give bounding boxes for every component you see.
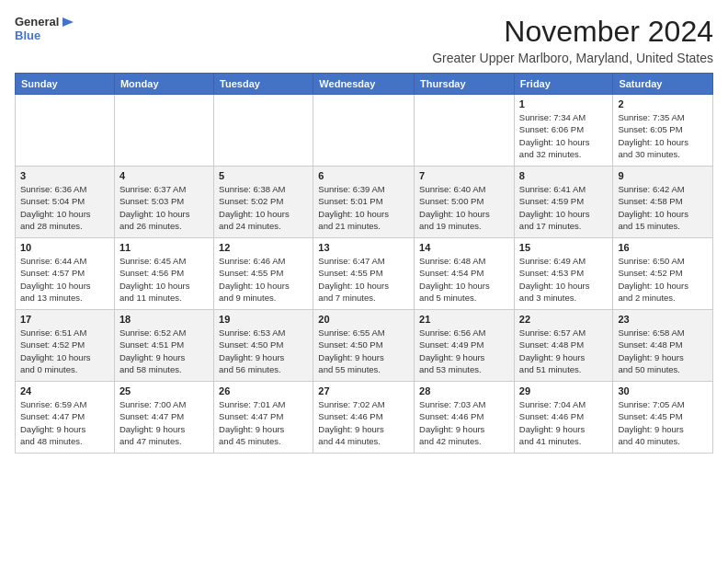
day-info: Sunrise: 7:35 AM Sunset: 6:05 PM Dayligh… (618, 111, 708, 160)
calendar-cell: 13Sunrise: 6:47 AM Sunset: 4:55 PM Dayli… (313, 238, 415, 310)
calendar-week-row: 1Sunrise: 7:34 AM Sunset: 6:06 PM Daylig… (16, 95, 713, 167)
day-info: Sunrise: 6:57 AM Sunset: 4:48 PM Dayligh… (519, 327, 609, 375)
calendar-cell: 30Sunrise: 7:05 AM Sunset: 4:45 PM Dayli… (613, 382, 713, 454)
day-number: 18 (119, 314, 209, 325)
calendar-cell: 9Sunrise: 6:42 AM Sunset: 4:58 PM Daylig… (613, 167, 713, 238)
day-number: 6 (318, 170, 409, 181)
weekday-header-saturday: Saturday (613, 74, 713, 95)
day-info: Sunrise: 6:40 AM Sunset: 5:00 PM Dayligh… (419, 183, 509, 232)
day-number: 13 (318, 242, 409, 253)
day-info: Sunrise: 6:58 AM Sunset: 4:48 PM Dayligh… (618, 327, 708, 375)
calendar-cell: 16Sunrise: 6:50 AM Sunset: 4:52 PM Dayli… (613, 238, 713, 310)
day-info: Sunrise: 6:38 AM Sunset: 5:02 PM Dayligh… (219, 183, 308, 232)
calendar: SundayMondayTuesdayWednesdayThursdayFrid… (15, 73, 713, 454)
calendar-cell: 4Sunrise: 6:37 AM Sunset: 5:03 PM Daylig… (114, 167, 213, 238)
day-number: 27 (318, 385, 409, 396)
calendar-cell (415, 95, 515, 167)
day-info: Sunrise: 6:36 AM Sunset: 5:04 PM Dayligh… (20, 183, 109, 232)
calendar-week-row: 3Sunrise: 6:36 AM Sunset: 5:04 PM Daylig… (16, 167, 713, 238)
calendar-cell: 23Sunrise: 6:58 AM Sunset: 4:48 PM Dayli… (613, 310, 713, 382)
day-number: 15 (519, 242, 609, 253)
day-number: 9 (618, 170, 708, 181)
calendar-cell: 5Sunrise: 6:38 AM Sunset: 5:02 PM Daylig… (214, 167, 313, 238)
day-info: Sunrise: 6:55 AM Sunset: 4:50 PM Dayligh… (318, 327, 409, 375)
calendar-cell: 24Sunrise: 6:59 AM Sunset: 4:47 PM Dayli… (16, 382, 115, 454)
day-info: Sunrise: 6:51 AM Sunset: 4:52 PM Dayligh… (20, 327, 109, 375)
calendar-cell: 8Sunrise: 6:41 AM Sunset: 4:59 PM Daylig… (514, 167, 613, 238)
day-number: 23 (618, 314, 708, 325)
calendar-cell: 20Sunrise: 6:55 AM Sunset: 4:50 PM Dayli… (313, 310, 415, 382)
day-info: Sunrise: 6:59 AM Sunset: 4:47 PM Dayligh… (20, 398, 109, 447)
day-info: Sunrise: 7:02 AM Sunset: 4:46 PM Dayligh… (318, 398, 409, 447)
day-info: Sunrise: 6:44 AM Sunset: 4:57 PM Dayligh… (20, 255, 109, 304)
day-number: 10 (20, 242, 109, 253)
calendar-cell: 21Sunrise: 6:56 AM Sunset: 4:49 PM Dayli… (415, 310, 515, 382)
location: Greater Upper Marlboro, Maryland, United… (432, 51, 713, 65)
weekday-header-friday: Friday (514, 74, 613, 95)
header: General Blue November 2024 Greater Upper… (15, 15, 713, 65)
day-info: Sunrise: 6:53 AM Sunset: 4:50 PM Dayligh… (219, 327, 308, 375)
calendar-cell: 25Sunrise: 7:00 AM Sunset: 4:47 PM Dayli… (114, 382, 213, 454)
day-info: Sunrise: 6:48 AM Sunset: 4:54 PM Dayligh… (419, 255, 509, 304)
page: General Blue November 2024 Greater Upper… (0, 0, 728, 461)
calendar-week-row: 24Sunrise: 6:59 AM Sunset: 4:47 PM Dayli… (16, 382, 713, 454)
weekday-header-monday: Monday (114, 74, 213, 95)
calendar-cell (313, 95, 415, 167)
calendar-cell: 14Sunrise: 6:48 AM Sunset: 4:54 PM Dayli… (415, 238, 515, 310)
day-number: 24 (20, 385, 109, 396)
day-info: Sunrise: 6:45 AM Sunset: 4:56 PM Dayligh… (119, 255, 209, 304)
weekday-header-wednesday: Wednesday (313, 74, 415, 95)
day-info: Sunrise: 7:01 AM Sunset: 4:47 PM Dayligh… (219, 398, 308, 447)
day-number: 1 (519, 98, 609, 109)
day-number: 20 (318, 314, 409, 325)
calendar-week-row: 17Sunrise: 6:51 AM Sunset: 4:52 PM Dayli… (16, 310, 713, 382)
day-number: 7 (419, 170, 509, 181)
day-number: 3 (20, 170, 109, 181)
calendar-cell: 2Sunrise: 7:35 AM Sunset: 6:05 PM Daylig… (613, 95, 713, 167)
day-number: 26 (219, 385, 308, 396)
weekday-header-tuesday: Tuesday (214, 74, 313, 95)
svg-marker-0 (63, 17, 74, 27)
calendar-cell: 29Sunrise: 7:04 AM Sunset: 4:46 PM Dayli… (514, 382, 613, 454)
day-number: 22 (519, 314, 609, 325)
day-number: 19 (219, 314, 308, 325)
day-number: 8 (519, 170, 609, 181)
calendar-cell: 27Sunrise: 7:02 AM Sunset: 4:46 PM Dayli… (313, 382, 415, 454)
day-number: 17 (20, 314, 109, 325)
day-number: 25 (119, 385, 209, 396)
day-info: Sunrise: 6:39 AM Sunset: 5:01 PM Dayligh… (318, 183, 409, 232)
day-info: Sunrise: 6:46 AM Sunset: 4:55 PM Dayligh… (219, 255, 308, 304)
day-number: 4 (119, 170, 209, 181)
day-info: Sunrise: 7:03 AM Sunset: 4:46 PM Dayligh… (419, 398, 509, 447)
calendar-week-row: 10Sunrise: 6:44 AM Sunset: 4:57 PM Dayli… (16, 238, 713, 310)
day-info: Sunrise: 6:52 AM Sunset: 4:51 PM Dayligh… (119, 327, 209, 375)
calendar-cell: 3Sunrise: 6:36 AM Sunset: 5:04 PM Daylig… (16, 167, 115, 238)
calendar-cell: 28Sunrise: 7:03 AM Sunset: 4:46 PM Dayli… (415, 382, 515, 454)
calendar-cell: 7Sunrise: 6:40 AM Sunset: 5:00 PM Daylig… (415, 167, 515, 238)
day-info: Sunrise: 6:56 AM Sunset: 4:49 PM Dayligh… (419, 327, 509, 375)
day-number: 11 (119, 242, 209, 253)
day-number: 30 (618, 385, 708, 396)
calendar-cell: 17Sunrise: 6:51 AM Sunset: 4:52 PM Dayli… (16, 310, 115, 382)
day-info: Sunrise: 6:50 AM Sunset: 4:52 PM Dayligh… (618, 255, 708, 304)
calendar-cell: 12Sunrise: 6:46 AM Sunset: 4:55 PM Dayli… (214, 238, 313, 310)
day-number: 14 (419, 242, 509, 253)
calendar-cell: 11Sunrise: 6:45 AM Sunset: 4:56 PM Dayli… (114, 238, 213, 310)
month-title: November 2024 (432, 15, 713, 49)
day-number: 16 (618, 242, 708, 253)
day-number: 21 (419, 314, 509, 325)
logo-blue: Blue (15, 29, 40, 42)
calendar-cell: 19Sunrise: 6:53 AM Sunset: 4:50 PM Dayli… (214, 310, 313, 382)
calendar-cell: 18Sunrise: 6:52 AM Sunset: 4:51 PM Dayli… (114, 310, 213, 382)
weekday-header-sunday: Sunday (16, 74, 115, 95)
calendar-cell: 22Sunrise: 6:57 AM Sunset: 4:48 PM Dayli… (514, 310, 613, 382)
day-number: 29 (519, 385, 609, 396)
day-number: 12 (219, 242, 308, 253)
day-info: Sunrise: 7:34 AM Sunset: 6:06 PM Dayligh… (519, 111, 609, 160)
calendar-cell: 15Sunrise: 6:49 AM Sunset: 4:53 PM Dayli… (514, 238, 613, 310)
day-number: 5 (219, 170, 308, 181)
calendar-cell: 6Sunrise: 6:39 AM Sunset: 5:01 PM Daylig… (313, 167, 415, 238)
logo: General Blue (15, 15, 75, 42)
day-number: 28 (419, 385, 509, 396)
calendar-cell: 26Sunrise: 7:01 AM Sunset: 4:47 PM Dayli… (214, 382, 313, 454)
